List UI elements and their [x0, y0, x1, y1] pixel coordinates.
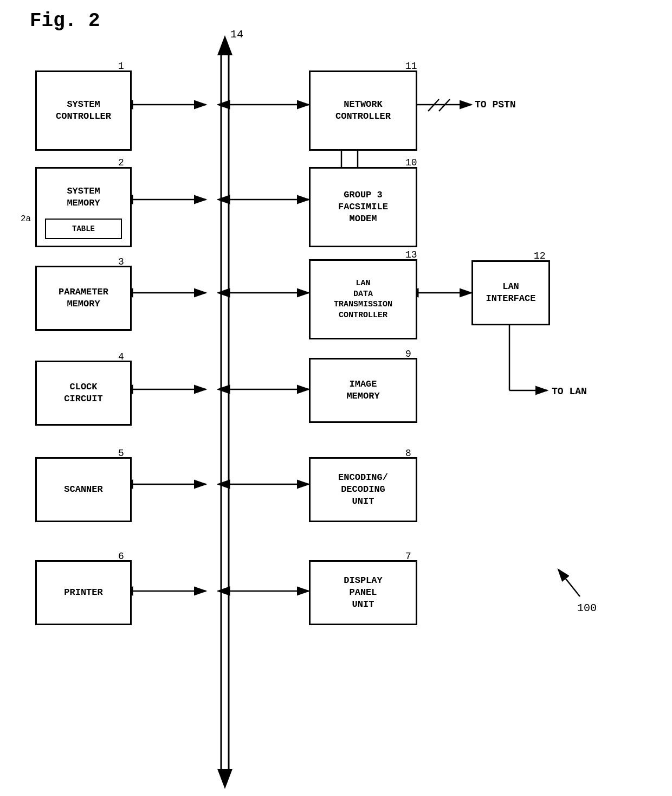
- lan-interface-label: LAN INTERFACE: [486, 281, 536, 305]
- network-controller-label: NETWORK CONTROLLER: [335, 99, 391, 123]
- ref-4: 4: [118, 351, 124, 362]
- svg-line-27: [439, 99, 450, 111]
- printer-box: PRINTER: [35, 560, 132, 625]
- image-memory-box: IMAGE MEMORY: [309, 358, 417, 423]
- network-controller-box: NETWORK CONTROLLER: [309, 70, 417, 151]
- system-memory-box: SYSTEM MEMORY TABLE: [35, 167, 132, 247]
- display-panel-box: DISPLAY PANEL UNIT: [309, 560, 417, 625]
- ref-5: 5: [118, 448, 124, 459]
- image-memory-label: IMAGE MEMORY: [346, 378, 379, 402]
- lan-data-box: LAN DATA TRANSMISSION CONTROLLER: [309, 259, 417, 339]
- bus-ref-14: 14: [230, 28, 243, 41]
- encoding-decoding-box: ENCODING/ DECODING UNIT: [309, 457, 417, 522]
- group3-facsimile-label: GROUP 3 FACSIMILE MODEM: [338, 189, 388, 225]
- ref-2a: 2a: [21, 214, 31, 224]
- svg-marker-9: [217, 769, 232, 789]
- ref-100: 100: [577, 602, 597, 614]
- lan-data-label: LAN DATA TRANSMISSION CONTROLLER: [334, 278, 392, 320]
- scanner-box: SCANNER: [35, 457, 132, 522]
- svg-line-26: [428, 99, 439, 111]
- ref-2: 2: [118, 157, 124, 168]
- lan-interface-box: LAN INTERFACE: [471, 260, 550, 325]
- system-controller-box: SYSTEM CONTROLLER: [35, 70, 132, 151]
- ref-10: 10: [405, 157, 417, 168]
- printer-label: PRINTER: [64, 587, 102, 599]
- fig-title: Fig. 2: [30, 10, 100, 32]
- clock-circuit-box: CLOCK CIRCUIT: [35, 361, 132, 426]
- ref-11: 11: [405, 61, 417, 72]
- group3-facsimile-box: GROUP 3 FACSIMILE MODEM: [309, 167, 417, 247]
- diagram-container: Fig. 2: [0, 0, 672, 796]
- table-label: TABLE: [72, 224, 95, 234]
- ref-3: 3: [118, 256, 124, 267]
- ref-12: 12: [534, 251, 546, 261]
- to-pstn-label: TO PSTN: [475, 99, 516, 110]
- parameter-memory-box: PARAMETER MEMORY: [35, 266, 132, 331]
- system-memory-label: SYSTEM MEMORY: [67, 185, 100, 209]
- encoding-decoding-label: ENCODING/ DECODING UNIT: [338, 472, 388, 508]
- ref-7: 7: [405, 551, 411, 562]
- ref-1: 1: [118, 61, 124, 72]
- ref-9: 9: [405, 349, 411, 360]
- parameter-memory-label: PARAMETER MEMORY: [59, 286, 108, 310]
- ref-13: 13: [405, 249, 417, 260]
- display-panel-label: DISPLAY PANEL UNIT: [344, 575, 382, 611]
- clock-circuit-label: CLOCK CIRCUIT: [64, 381, 102, 405]
- scanner-label: SCANNER: [64, 484, 102, 496]
- svg-line-30: [558, 569, 580, 596]
- ref-8: 8: [405, 448, 411, 459]
- system-controller-label: SYSTEM CONTROLLER: [56, 99, 111, 123]
- ref-6: 6: [118, 551, 124, 562]
- table-box: TABLE: [45, 219, 122, 239]
- to-lan-label: TO LAN: [552, 386, 587, 397]
